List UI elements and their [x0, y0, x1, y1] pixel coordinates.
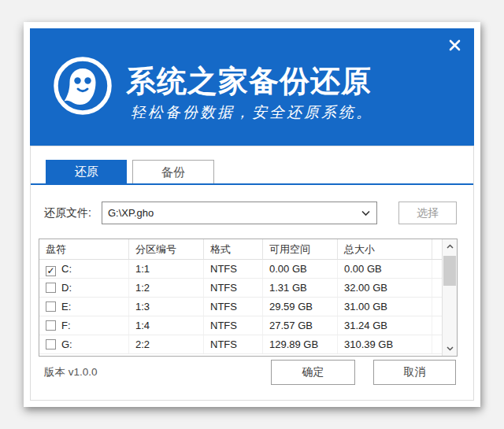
partition-table-inner: 盘符 分区编号 格式 可用空间 总大小 ✓C: 1:1 NTFS 0.00 GB…	[39, 239, 442, 356]
chevron-down-icon	[447, 346, 454, 351]
cell-filler	[432, 298, 442, 316]
cell-format: NTFS	[204, 316, 263, 335]
app-window: 系统之家备份还原 轻松备份数据，安全还原系统。 还原 备份 还原文件: G:\X…	[24, 22, 480, 407]
cell-total: 310.39 GB	[338, 335, 432, 353]
table-row[interactable]: ✓C: 1:1 NTFS 0.00 GB 0.00 GB	[39, 260, 442, 279]
column-header-format[interactable]: 格式	[204, 239, 263, 259]
drive-label: G:	[61, 338, 72, 350]
column-header-filler	[432, 239, 442, 259]
row-checkbox[interactable]	[46, 320, 56, 331]
choose-button[interactable]: 选择	[398, 202, 457, 224]
cancel-button[interactable]: 取消	[373, 360, 456, 385]
cell-format: NTFS	[204, 260, 263, 278]
cell-free: 129.89 GB	[263, 335, 338, 353]
table-body: ✓C: 1:1 NTFS 0.00 GB 0.00 GB D: 1:2 NTFS…	[39, 260, 442, 354]
cell-partition: 1:2	[129, 279, 204, 297]
cell-free: 29.59 GB	[263, 298, 338, 316]
cell-partition: 2:2	[129, 335, 204, 353]
table-row[interactable]: D: 1:2 NTFS 1.31 GB 32.00 GB	[39, 279, 442, 298]
drive-label: F:	[61, 320, 71, 331]
ghost-logo-icon	[52, 55, 113, 116]
cell-filler	[432, 279, 442, 297]
table-row[interactable]: F: 1:4 NTFS 27.57 GB 31.24 GB	[39, 316, 442, 335]
chevron-up-icon	[447, 244, 454, 249]
app-title: 系统之家备份还原	[126, 61, 372, 102]
cell-partition: 1:4	[129, 316, 204, 335]
column-header-partition[interactable]: 分区编号	[129, 239, 204, 259]
cell-drive: D:	[39, 279, 129, 297]
tab-restore[interactable]: 还原	[46, 160, 127, 183]
row-checkbox[interactable]	[46, 283, 56, 293]
scrollbar-down-button[interactable]	[443, 342, 457, 356]
partition-table: 盘符 分区编号 格式 可用空间 总大小 ✓C: 1:1 NTFS 0.00 GB…	[39, 239, 458, 357]
cell-filler	[432, 260, 442, 278]
table-scrollbar[interactable]	[442, 239, 457, 356]
cell-total: 32.00 GB	[338, 279, 432, 297]
column-header-total[interactable]: 总大小	[338, 239, 432, 259]
row-checkbox[interactable]	[46, 301, 56, 312]
cell-format: NTFS	[204, 279, 263, 297]
cell-format: NTFS	[204, 298, 263, 316]
restore-file-combobox[interactable]: G:\XP.gho	[102, 202, 377, 224]
cell-drive: F:	[39, 316, 129, 335]
drive-label: E:	[61, 301, 71, 313]
ok-button[interactable]: 确定	[271, 360, 355, 385]
column-header-free[interactable]: 可用空间	[263, 239, 338, 259]
content-panel: 还原 备份 还原文件: G:\XP.gho 选择 盘符 分区编号 格式 可用空间…	[30, 146, 474, 401]
cell-drive: E:	[39, 298, 129, 316]
app-header: 系统之家备份还原 轻松备份数据，安全还原系统。	[30, 28, 474, 146]
row-checkbox[interactable]: ✓	[46, 266, 56, 276]
cell-total: 31.00 GB	[338, 298, 432, 316]
column-header-drive[interactable]: 盘符	[39, 239, 129, 259]
cell-free: 0.00 GB	[263, 260, 338, 278]
restore-file-label: 还原文件:	[44, 202, 91, 224]
close-button[interactable]	[444, 35, 465, 55]
version-label: 版本 v1.0.0	[44, 360, 98, 385]
tab-backup[interactable]: 备份	[132, 160, 214, 183]
cell-partition: 1:1	[129, 260, 204, 278]
cell-filler	[432, 335, 442, 353]
app-subtitle: 轻松备份数据，安全还原系统。	[131, 102, 373, 123]
dropdown-chevron-icon[interactable]	[361, 210, 370, 216]
scrollbar-thumb[interactable]	[443, 256, 456, 286]
close-icon	[448, 39, 461, 52]
restore-file-value: G:\XP.gho	[108, 202, 154, 224]
table-row[interactable]: G: 2:2 NTFS 129.89 GB 310.39 GB	[39, 335, 442, 354]
cell-total: 31.24 GB	[338, 316, 432, 335]
table-header-row: 盘符 分区编号 格式 可用空间 总大小	[39, 239, 442, 260]
cell-free: 1.31 GB	[263, 279, 338, 297]
cell-format: NTFS	[204, 335, 263, 353]
cell-total: 0.00 GB	[338, 260, 432, 278]
table-row[interactable]: E: 1:3 NTFS 29.59 GB 31.00 GB	[39, 298, 442, 316]
cell-drive: G:	[39, 335, 129, 353]
cell-free: 27.57 GB	[263, 316, 338, 335]
cell-filler	[432, 316, 442, 335]
row-checkbox[interactable]	[46, 339, 56, 349]
tab-underline	[31, 183, 473, 185]
drive-label: D:	[61, 282, 72, 294]
drive-label: C:	[61, 263, 72, 275]
scrollbar-up-button[interactable]	[443, 239, 457, 253]
cell-partition: 1:3	[129, 298, 204, 316]
cell-drive: ✓C:	[39, 260, 129, 278]
